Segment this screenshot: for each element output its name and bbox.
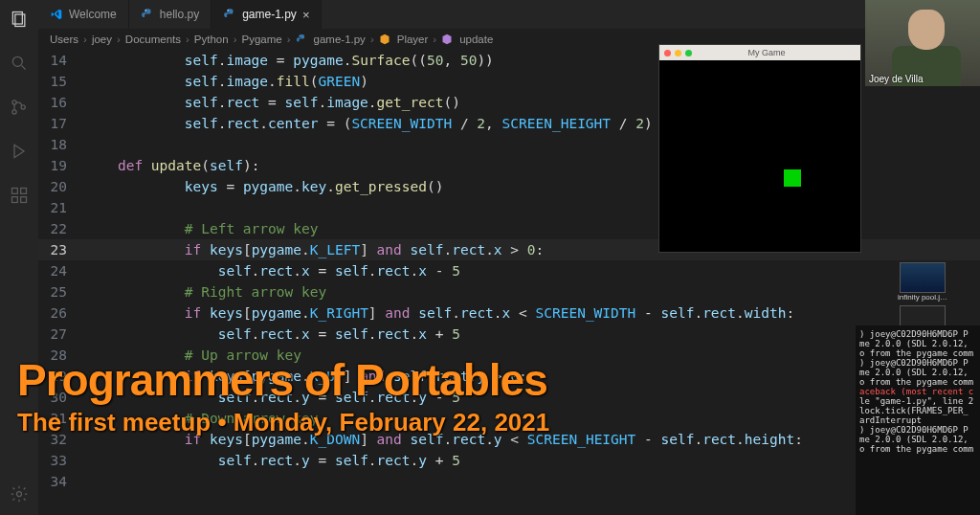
breadcrumb-segment[interactable]: game-1.py — [314, 34, 366, 45]
webcam-feed: Joey de Villa — [865, 0, 980, 86]
svg-rect-8 — [12, 189, 18, 194]
breadcrumb-segment[interactable]: Python — [194, 34, 229, 45]
game-preview-window[interactable]: My Game — [658, 44, 861, 253]
code-line[interactable]: 27 self.rect.x = self.rect.x + 5 — [38, 324, 980, 345]
code-line[interactable]: 33 self.rect.y = self.rect.y + 5 — [38, 450, 980, 471]
svg-point-4 — [12, 101, 16, 104]
python-icon — [223, 8, 236, 21]
minimize-dot-icon[interactable] — [675, 50, 681, 56]
svg-point-5 — [12, 110, 16, 114]
debug-icon[interactable] — [8, 140, 31, 163]
vscode-icon — [50, 8, 63, 21]
tab-hello-py[interactable]: hello.py — [129, 0, 212, 29]
svg-line-3 — [22, 66, 26, 70]
overlay-title: Programmers of Portables — [17, 354, 547, 406]
game-window-title: My Game — [692, 48, 841, 57]
source-control-icon[interactable] — [8, 96, 31, 119]
svg-point-13 — [145, 10, 145, 11]
breadcrumb-segment[interactable]: Documents — [125, 34, 181, 45]
tab-bar: Welcomehello.pygame-1.py× ▷ ⋯ — [38, 0, 980, 29]
svg-point-6 — [21, 105, 25, 109]
explorer-icon[interactable] — [8, 8, 31, 31]
svg-point-2 — [12, 56, 22, 66]
svg-point-12 — [17, 492, 22, 497]
code-line[interactable]: 25 # Right arrow key — [38, 281, 980, 302]
tab-welcome[interactable]: Welcome — [38, 0, 129, 29]
activity-bar — [0, 0, 38, 515]
zoom-dot-icon[interactable] — [685, 50, 692, 56]
overlay-subtitle: The first meetup • Monday, February 22, … — [17, 408, 549, 437]
python-icon — [141, 8, 154, 21]
breadcrumb-segment[interactable]: Pygame — [242, 34, 282, 45]
player-sprite — [784, 169, 801, 187]
svg-point-14 — [228, 10, 229, 11]
method-icon — [441, 33, 455, 46]
breadcrumb-segment[interactable]: update — [459, 34, 493, 45]
code-line[interactable]: 26 if keys[pygame.K_RIGHT] and self.rect… — [38, 302, 980, 324]
settings-gear-icon[interactable] — [8, 482, 31, 505]
breadcrumb-segment[interactable]: Users — [50, 34, 78, 45]
close-icon[interactable]: × — [302, 8, 310, 22]
svg-rect-10 — [21, 197, 27, 203]
game-titlebar[interactable]: My Game — [659, 45, 860, 60]
tab-game-1-py[interactable]: game-1.py× — [212, 0, 322, 29]
search-icon[interactable] — [8, 52, 31, 75]
python-icon — [296, 33, 309, 46]
desktop-file-thumb[interactable]: infinity pool.j… — [865, 262, 980, 302]
breadcrumb-segment[interactable]: Player — [397, 34, 429, 45]
close-dot-icon[interactable] — [664, 50, 671, 56]
extensions-icon[interactable] — [8, 184, 31, 207]
svg-rect-9 — [12, 197, 18, 203]
breadcrumb-segment[interactable]: joey — [92, 34, 112, 45]
terminal-output[interactable]: ) joey@C02D90H6MD6P Pme 2.0.0 (SDL 2.0.1… — [856, 325, 980, 515]
code-line[interactable]: 24 self.rect.x = self.rect.x - 5 — [38, 260, 980, 281]
svg-rect-11 — [21, 189, 27, 194]
code-line[interactable]: 34 — [38, 471, 980, 492]
window-traffic-lights[interactable] — [664, 50, 692, 56]
svg-marker-7 — [14, 145, 24, 157]
class-icon — [379, 33, 392, 46]
webcam-name-label: Joey de Villa — [869, 74, 924, 84]
